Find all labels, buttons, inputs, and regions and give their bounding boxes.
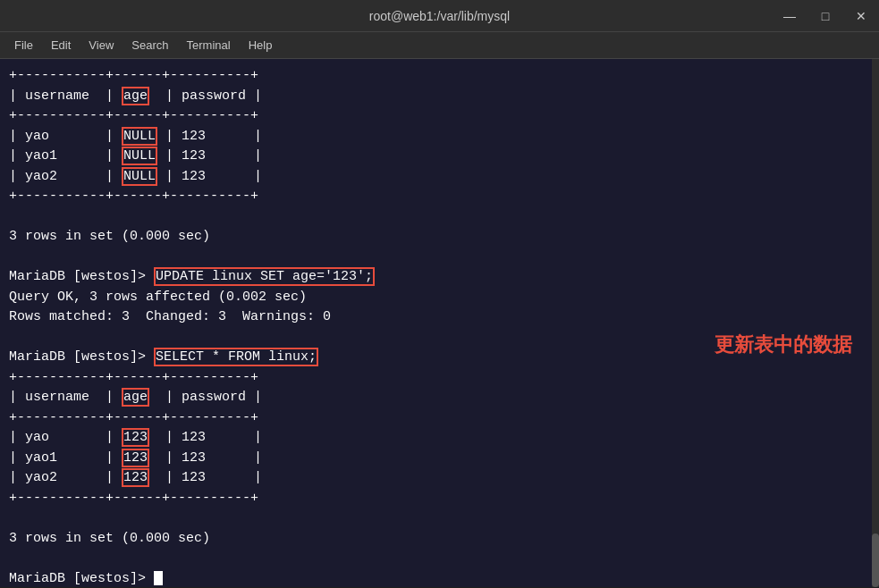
table2-row1: | yao | 123 | 123 |: [9, 428, 870, 449]
scrollbar[interactable]: [872, 59, 879, 587]
window-controls[interactable]: — □ ✕: [772, 0, 879, 32]
maximize-button[interactable]: □: [807, 0, 843, 32]
null-highlight2: NULL: [122, 147, 157, 165]
menu-search[interactable]: Search: [124, 36, 175, 55]
age-highlight2: age: [122, 388, 149, 407]
table1-border-top: +-----------+------+----------+: [9, 66, 870, 87]
table1-row1: | yao | NULL | 123 |: [9, 127, 870, 147]
scrollbar-thumb[interactable]: [872, 533, 879, 587]
titlebar: root@web1:/var/lib/mysql — □ ✕: [0, 0, 879, 32]
table1-border-bot: +-----------+------+----------+: [9, 187, 870, 207]
update-command-line: MariaDB [westos]> UPDATE linux SET age='…: [9, 267, 870, 288]
table2-row3: | yao2 | 123 | 123 |: [9, 468, 870, 489]
val-highlight1: 123: [122, 428, 149, 447]
table1-border-mid: +-----------+------+----------+: [9, 106, 870, 127]
query-ok-line: Query OK, 3 rows affected (0.002 sec): [9, 288, 870, 308]
table2-border-bot: +-----------+------+----------+: [9, 489, 870, 509]
spacer4: [9, 549, 870, 569]
menu-edit[interactable]: Edit: [44, 36, 78, 55]
rows-count1: 3 rows in set (0.000 sec): [9, 227, 870, 248]
terminal-content[interactable]: +-----------+------+----------+ | userna…: [0, 59, 879, 587]
menu-file[interactable]: File: [7, 36, 40, 55]
close-button[interactable]: ✕: [843, 0, 879, 32]
table1-header: | username | age | password |: [9, 87, 870, 107]
table2-border-mid: +-----------+------+----------+: [9, 408, 870, 429]
val-highlight3: 123: [122, 468, 149, 487]
menu-terminal[interactable]: Terminal: [180, 36, 238, 55]
terminal-cursor: [154, 571, 163, 585]
age-highlight1: age: [122, 87, 149, 105]
prompt3: MariaDB [westos]>: [9, 571, 154, 586]
menu-view[interactable]: View: [81, 36, 121, 55]
table1-row2: | yao1 | NULL | 123 |: [9, 147, 870, 167]
menu-help[interactable]: Help: [241, 36, 280, 55]
prompt1: MariaDB [westos]>: [9, 269, 154, 284]
rows-count2: 3 rows in set (0.000 sec): [9, 529, 870, 550]
table2-border-top: +-----------+------+----------+: [9, 368, 870, 389]
rows-info1: [9, 207, 870, 228]
table2-row2: | yao1 | 123 | 123 |: [9, 449, 870, 469]
spacer3: [9, 508, 870, 529]
val-highlight2: 123: [122, 449, 149, 467]
window-title: root@web1:/var/lib/mysql: [369, 9, 510, 23]
menubar: File Edit View Search Terminal Help: [0, 32, 879, 59]
spacer1: [9, 248, 870, 268]
table1-row3: | yao2 | NULL | 123 |: [9, 167, 870, 188]
table2-header: | username | age | password |: [9, 388, 870, 408]
rows-matched-line: Rows matched: 3 Changed: 3 Warnings: 0: [9, 307, 870, 328]
null-highlight1: NULL: [122, 127, 157, 146]
final-prompt-line: MariaDB [westos]>: [9, 569, 870, 588]
minimize-button[interactable]: —: [772, 0, 807, 32]
update-command: UPDATE linux SET age='123';: [154, 267, 375, 286]
prompt2: MariaDB [westos]>: [9, 349, 154, 365]
annotation-text: 更新表中的数据: [714, 332, 852, 358]
null-highlight3: NULL: [122, 167, 157, 186]
select-command: SELECT * FROM linux;: [154, 348, 318, 366]
